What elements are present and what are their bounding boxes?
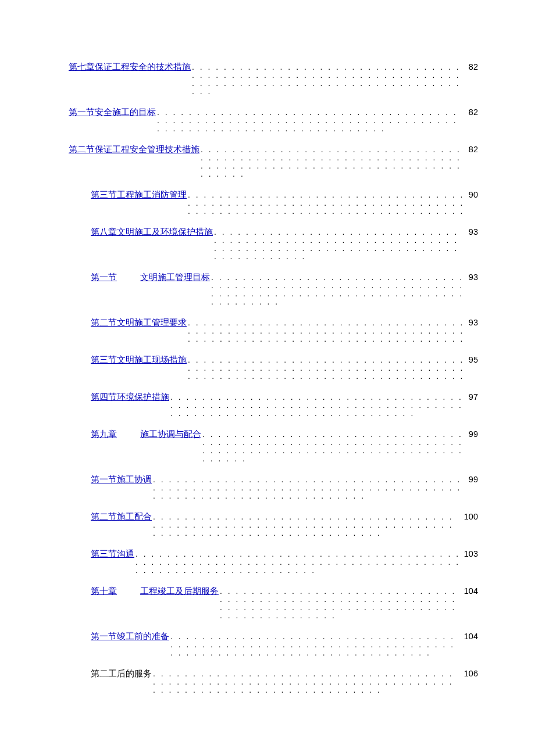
toc-entry: 第一节安全施工的目标82: [69, 108, 478, 132]
toc-leader-dots: [214, 228, 465, 260]
toc-link[interactable]: 第一节安全施工的目标: [69, 108, 156, 117]
toc-link[interactable]: 第一节竣工前的准备: [91, 632, 169, 641]
toc-link[interactable]: 第八章文明施工及环境保护措施: [91, 228, 213, 237]
toc-link[interactable]: 第二节文明施工管理要求: [91, 318, 187, 327]
toc-leader-dots: [188, 191, 465, 215]
toc-page-number: 106: [464, 669, 478, 678]
toc-link-tail: 施工协调与配合: [140, 429, 201, 439]
toc-page-number: 100: [464, 513, 478, 521]
toc-leader-dots: [188, 318, 465, 343]
toc-leader-dots: [135, 550, 461, 574]
toc-entry: 第一节施工协调99: [69, 475, 478, 500]
toc-link-tail: 工程竣工及后期服务: [140, 586, 219, 596]
toc-leader-dots: [211, 273, 465, 306]
toc-page-number: 95: [469, 356, 478, 364]
toc-page-number: 82: [469, 63, 478, 71]
toc-page-number: 82: [469, 145, 478, 154]
toc-entry: 第八章文明施工及环境保护措施93: [69, 228, 478, 260]
toc-link[interactable]: 第四节环境保护措施: [91, 393, 169, 402]
toc-leader-dots: [188, 356, 465, 380]
toc-page-number: 104: [464, 632, 478, 641]
toc-link[interactable]: 第二节施工配合: [91, 513, 152, 521]
toc-page-number: 103: [464, 550, 478, 558]
toc-link[interactable]: 第十章工程竣工及后期服务: [91, 587, 219, 596]
toc-entry: 第四节环境保护措施97: [69, 393, 478, 417]
toc-leader-dots: [202, 430, 465, 463]
toc-entry: 第二节文明施工管理要求93: [69, 318, 478, 343]
toc-entry: 第三节文明施工现场措施95: [69, 356, 478, 380]
toc-leader-dots: [153, 669, 461, 694]
toc-page-number: 93: [469, 228, 478, 237]
toc-page-number: 97: [469, 393, 478, 402]
toc-link[interactable]: 第三节沟通: [91, 550, 134, 558]
toc-page-number: 90: [469, 191, 478, 199]
toc-leader-dots: [170, 632, 461, 657]
document-page: 第七章保证工程安全的技术措施82第一节安全施工的目标82第二节保证工程安全管理技…: [0, 0, 535, 756]
toc-entry: 第三节沟通103: [69, 550, 478, 574]
toc-entry: 第二节保证工程安全管理技术措施82: [69, 145, 478, 178]
toc-leader-dots: [201, 145, 465, 178]
toc-leader-dots: [192, 63, 465, 95]
toc-page-number: 93: [469, 273, 478, 282]
toc-leader-dots: [170, 393, 465, 417]
toc-leader-dots: [153, 513, 461, 537]
toc-link[interactable]: 第三节工程施工消防管理: [91, 191, 187, 199]
toc-link[interactable]: 第二节保证工程安全管理技术措施: [69, 145, 199, 154]
toc-page-number: 93: [469, 318, 478, 327]
toc-page-number: 99: [469, 475, 478, 484]
toc-link[interactable]: 第三节文明施工现场措施: [91, 356, 187, 364]
toc-link[interactable]: 第九章施工协调与配合: [91, 430, 201, 439]
toc-entry: 第七章保证工程安全的技术措施82: [69, 63, 478, 95]
toc-entry: 第十章工程竣工及后期服务104: [69, 587, 478, 619]
toc-link[interactable]: 第七章保证工程安全的技术措施: [69, 63, 191, 71]
toc-entry: 第二节施工配合100: [69, 513, 478, 537]
toc-page-number: 104: [464, 587, 478, 596]
toc-page-number: 82: [469, 108, 478, 117]
table-of-contents: 第七章保证工程安全的技术措施82第一节安全施工的目标82第二节保证工程安全管理技…: [69, 63, 478, 694]
toc-link[interactable]: 第一节文明施工管理目标: [91, 273, 210, 282]
toc-link-tail: 文明施工管理目标: [140, 273, 210, 282]
toc-leader-dots: [220, 587, 461, 619]
toc-entry: 第一节竣工前的准备104: [69, 632, 478, 657]
toc-entry: 第三节工程施工消防管理90: [69, 191, 478, 215]
toc-text: 第二工后的服务: [91, 669, 152, 678]
toc-entry: 第九章施工协调与配合99: [69, 430, 478, 463]
toc-entry: 第一节文明施工管理目标93: [69, 273, 478, 306]
toc-leader-dots: [157, 108, 465, 132]
toc-page-number: 99: [469, 430, 478, 439]
toc-entry: 第二工后的服务106: [69, 669, 478, 694]
toc-link[interactable]: 第一节施工协调: [91, 475, 152, 484]
toc-leader-dots: [153, 475, 465, 500]
